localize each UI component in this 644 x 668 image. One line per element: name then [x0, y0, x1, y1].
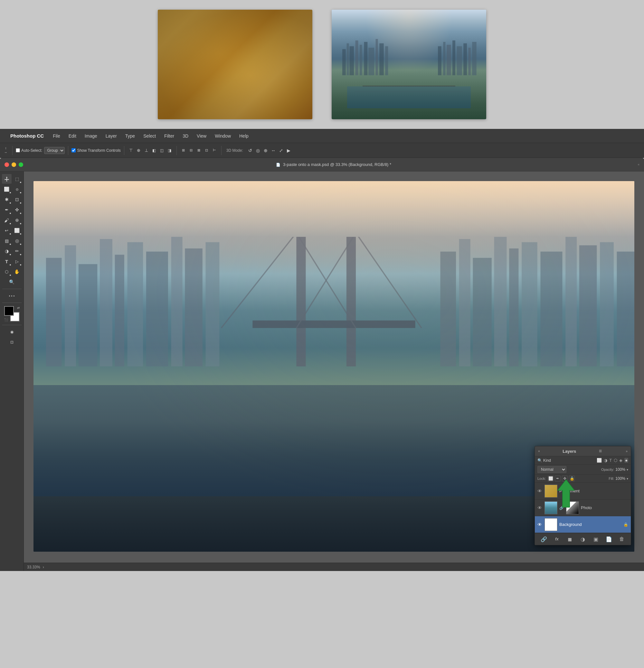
photo-thumbnail[interactable]: [545, 501, 557, 514]
layer-background[interactable]: 👁 Background 🔒: [535, 516, 631, 533]
menu-3d[interactable]: 3D: [181, 133, 190, 139]
layer-group-btn[interactable]: ▣: [592, 535, 600, 543]
photo-visibility-icon[interactable]: 👁: [537, 505, 543, 511]
artboard-tool[interactable]: ⬚: [12, 174, 22, 184]
blend-mode-select[interactable]: Normal Multiply Screen Overlay: [537, 466, 566, 473]
menu-type[interactable]: Type: [124, 133, 136, 139]
brush-tool[interactable]: 🖌: [2, 215, 12, 225]
align-left-icon[interactable]: ◧: [151, 147, 158, 154]
path-select-tool[interactable]: ▷: [12, 257, 22, 266]
menu-select[interactable]: Select: [142, 133, 157, 139]
dist-vcenter-icon[interactable]: ⊟: [188, 147, 195, 154]
lock-image-btn[interactable]: ✒: [555, 476, 561, 482]
blur-tool[interactable]: ◎: [12, 236, 22, 245]
dodge-tool[interactable]: ◑: [2, 246, 12, 256]
magic-wand-tool[interactable]: ✱: [2, 195, 12, 204]
layer-photo[interactable]: 👁 🔗 Photo: [535, 500, 631, 516]
layer-new-btn[interactable]: 📄: [605, 535, 613, 543]
main-canvas[interactable]: 33.33% › × Layers ≡ » 🔍 Kind: [24, 171, 644, 571]
crop-tool[interactable]: ⊡: [12, 195, 22, 204]
menu-file[interactable]: File: [51, 133, 62, 139]
layer-link-btn[interactable]: 🔗: [540, 535, 548, 543]
layer-parchment[interactable]: 👁 Parchment: [535, 483, 631, 500]
pen-tool[interactable]: ✏: [12, 246, 22, 256]
align-bottom-icon[interactable]: ⊥: [143, 147, 150, 154]
background-thumbnail[interactable]: [545, 518, 557, 531]
type-tool[interactable]: T: [2, 257, 12, 266]
fill-value[interactable]: 100%: [615, 476, 625, 481]
menu-filter[interactable]: Filter: [163, 133, 175, 139]
zoom-tool[interactable]: 🔍: [7, 277, 17, 287]
fill-dropdown-icon[interactable]: ▾: [627, 477, 628, 481]
filter-type-icon[interactable]: T: [609, 458, 612, 463]
photo-mask-thumbnail[interactable]: [566, 501, 579, 514]
parchment-thumbnail[interactable]: [545, 485, 557, 498]
auto-select-dropdown[interactable]: Group Layer: [44, 147, 65, 154]
move-tool-arrows[interactable]: ↕ ↔: [3, 145, 9, 155]
3d-rotate-icon[interactable]: ↺: [247, 147, 254, 154]
maximize-button[interactable]: [19, 163, 23, 167]
filter-pixel-icon[interactable]: ⬜: [597, 458, 602, 463]
filter-shape-icon[interactable]: ⬡: [614, 458, 617, 463]
rectangular-marquee-tool[interactable]: ⬜: [2, 184, 12, 194]
panel-collapse-left[interactable]: ×: [538, 450, 540, 453]
shape-tool[interactable]: ⬡: [2, 267, 12, 276]
opacity-value[interactable]: 100%: [615, 467, 625, 472]
lock-all-btn[interactable]: 🔒: [569, 476, 575, 482]
swap-colors-icon[interactable]: ⇌: [17, 306, 20, 310]
eyedropper-tool[interactable]: ✒: [2, 205, 12, 215]
layer-adjustment-btn[interactable]: ◑: [579, 535, 587, 543]
menu-view[interactable]: View: [195, 133, 208, 139]
lock-transparent-btn[interactable]: ⬜: [548, 476, 553, 482]
minimize-button[interactable]: [12, 163, 16, 167]
layers-panel-menu-btn[interactable]: ≡: [599, 448, 602, 454]
transform-controls-checkbox[interactable]: [72, 148, 76, 152]
dist-left-icon[interactable]: ⊡: [203, 147, 210, 154]
menu-window[interactable]: Window: [214, 133, 232, 139]
dist-bottom-icon[interactable]: ⊠: [195, 147, 203, 154]
align-vcenter-icon[interactable]: ⊕: [135, 147, 142, 154]
clone-stamp-tool[interactable]: ⊕: [12, 215, 22, 225]
close-button[interactable]: [4, 163, 9, 167]
menu-layer[interactable]: Layer: [104, 133, 118, 139]
color-swatches[interactable]: ⇌ ⬛: [4, 306, 20, 322]
filter-toggle-icon[interactable]: ●: [624, 458, 628, 463]
gradient-tool[interactable]: ▨: [2, 236, 12, 245]
menu-edit[interactable]: Edit: [67, 133, 78, 139]
preview-parchment[interactable]: [158, 10, 312, 119]
3d-pan-icon[interactable]: ⊕: [262, 147, 269, 154]
3d-video-icon[interactable]: ▶: [285, 147, 293, 154]
foreground-color-swatch[interactable]: [4, 306, 14, 316]
default-colors-icon[interactable]: ⬛: [4, 318, 8, 322]
eraser-tool[interactable]: ⬜: [12, 226, 22, 235]
3d-slide-icon[interactable]: ↔: [270, 147, 277, 154]
filter-smart-icon[interactable]: ◈: [619, 458, 623, 463]
panel-expand-right[interactable]: »: [626, 450, 628, 453]
menu-help[interactable]: Help: [238, 133, 250, 139]
hand-tool[interactable]: ✋: [12, 267, 22, 276]
background-visibility-icon[interactable]: 👁: [537, 522, 543, 527]
3d-scale-icon[interactable]: ⤢: [278, 147, 285, 154]
align-hcenter-icon[interactable]: ◫: [158, 147, 166, 154]
quick-mask-btn[interactable]: ◉: [7, 327, 17, 337]
auto-select-checkbox[interactable]: [16, 148, 20, 152]
preview-city[interactable]: [332, 10, 486, 119]
align-right-icon[interactable]: ◨: [166, 147, 173, 154]
opacity-dropdown-icon[interactable]: ▾: [627, 468, 628, 471]
history-brush-tool[interactable]: ↩: [2, 226, 12, 235]
lock-position-btn[interactable]: ✥: [562, 476, 568, 482]
move-tool[interactable]: [2, 174, 12, 184]
filter-adjustment-icon[interactable]: ◑: [604, 458, 607, 463]
parchment-visibility-icon[interactable]: 👁: [537, 488, 543, 494]
3d-orbit-icon[interactable]: ◎: [254, 147, 262, 154]
dist-top-icon[interactable]: ⊞: [180, 147, 187, 154]
heal-brush-tool[interactable]: ✜: [12, 205, 22, 215]
screen-mode-btn[interactable]: ⊡: [7, 337, 17, 347]
menu-image[interactable]: Image: [83, 133, 98, 139]
layer-mask-btn[interactable]: ◼: [566, 535, 574, 543]
lasso-tool[interactable]: ⌾: [12, 184, 22, 194]
layer-fx-btn[interactable]: fx: [553, 535, 561, 543]
more-tools-btn[interactable]: • • •: [7, 291, 17, 301]
panel-collapse-icon[interactable]: «: [638, 163, 640, 166]
dist-hcenter-icon[interactable]: ⊢: [211, 147, 218, 154]
